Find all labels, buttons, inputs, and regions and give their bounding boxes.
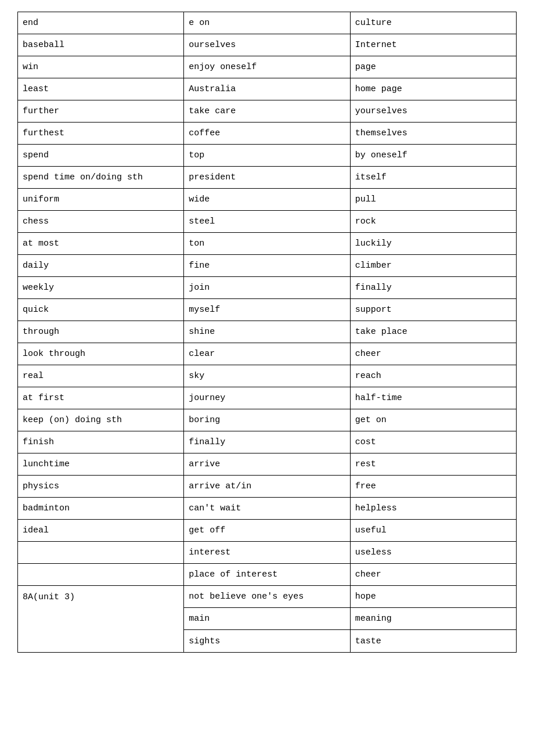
list-item: cheer <box>351 564 516 586</box>
list-item: finish <box>18 431 183 453</box>
list-item <box>18 542 183 564</box>
list-item: arrive <box>184 453 349 476</box>
list-item: baseball <box>18 34 183 56</box>
list-item: win <box>18 56 183 78</box>
list-item: fine <box>184 255 349 277</box>
list-item: uniform <box>18 189 183 211</box>
list-item: spend time on/doing sth <box>18 167 183 189</box>
list-item: half-time <box>351 387 516 409</box>
list-item: e on <box>184 12 349 34</box>
list-item: hope <box>351 586 516 608</box>
list-item: Internet <box>351 34 516 56</box>
list-item: yourselves <box>351 100 516 123</box>
list-item: daily <box>18 255 183 277</box>
list-item: rest <box>351 453 516 476</box>
list-item: journey <box>184 387 349 409</box>
list-item: home page <box>351 78 516 100</box>
list-item: themselves <box>351 123 516 145</box>
list-item <box>18 564 183 586</box>
list-item: climber <box>351 255 516 277</box>
list-item: steel <box>184 211 349 233</box>
list-item: ideal <box>18 520 183 542</box>
list-item: physics <box>18 476 183 498</box>
list-item: can't wait <box>184 498 349 520</box>
list-item: end <box>18 12 183 34</box>
list-item: reach <box>351 365 516 387</box>
list-item: 8A(unit 3) <box>18 586 183 608</box>
list-item: main <box>184 608 349 630</box>
column-3: cultureInternetpagehome pageyourselvesth… <box>351 12 517 653</box>
column-1: endbaseballwinleastfurtherfurthestspends… <box>17 12 184 653</box>
list-item: luckily <box>351 233 516 255</box>
list-item: through <box>18 321 183 343</box>
list-item: quick <box>18 299 183 321</box>
list-item: place of interest <box>184 564 349 586</box>
list-item: at most <box>18 233 183 255</box>
list-item: myself <box>184 299 349 321</box>
list-item: top <box>184 145 349 167</box>
list-item: wide <box>184 189 349 211</box>
list-item: rock <box>351 211 516 233</box>
main-content: endbaseballwinleastfurtherfurthestspends… <box>0 0 534 664</box>
list-item: get off <box>184 520 349 542</box>
list-item: badminton <box>18 498 183 520</box>
list-item: Australia <box>184 78 349 100</box>
list-item: cost <box>351 431 516 453</box>
list-item: sights <box>184 630 349 652</box>
list-item: at first <box>18 387 183 409</box>
list-item: lunchtime <box>18 453 183 476</box>
list-item: join <box>184 277 349 299</box>
list-item: weekly <box>18 277 183 299</box>
list-item: meaning <box>351 608 516 630</box>
list-item: useful <box>351 520 516 542</box>
list-item: arrive at/in <box>184 476 349 498</box>
list-item: ourselves <box>184 34 349 56</box>
list-item: itself <box>351 167 516 189</box>
list-item: finally <box>184 431 349 453</box>
list-item: take care <box>184 100 349 123</box>
list-item: free <box>351 476 516 498</box>
list-item: useless <box>351 542 516 564</box>
list-item: least <box>18 78 183 100</box>
list-item: keep (on) doing sth <box>18 409 183 431</box>
list-item: page <box>351 56 516 78</box>
list-item: look through <box>18 343 183 365</box>
list-item: culture <box>351 12 516 34</box>
list-item: furthest <box>18 123 183 145</box>
list-item: not believe one's eyes <box>184 586 349 608</box>
list-item: further <box>18 100 183 123</box>
list-item: spend <box>18 145 183 167</box>
list-item: taste <box>351 630 516 652</box>
list-item: ton <box>184 233 349 255</box>
list-item: support <box>351 299 516 321</box>
list-item: cheer <box>351 343 516 365</box>
list-item: get on <box>351 409 516 431</box>
list-item: by oneself <box>351 145 516 167</box>
list-item: boring <box>184 409 349 431</box>
list-item: helpless <box>351 498 516 520</box>
list-item: pull <box>351 189 516 211</box>
list-item: finally <box>351 277 516 299</box>
list-item: sky <box>184 365 349 387</box>
list-item: shine <box>184 321 349 343</box>
list-item: take place <box>351 321 516 343</box>
list-item: clear <box>184 343 349 365</box>
list-item: chess <box>18 211 183 233</box>
list-item: interest <box>184 542 349 564</box>
list-item: enjoy oneself <box>184 56 349 78</box>
list-item: real <box>18 365 183 387</box>
column-2: e onourselvesenjoy oneselfAustraliatake … <box>184 12 350 653</box>
list-item: coffee <box>184 123 349 145</box>
list-item: president <box>184 167 349 189</box>
